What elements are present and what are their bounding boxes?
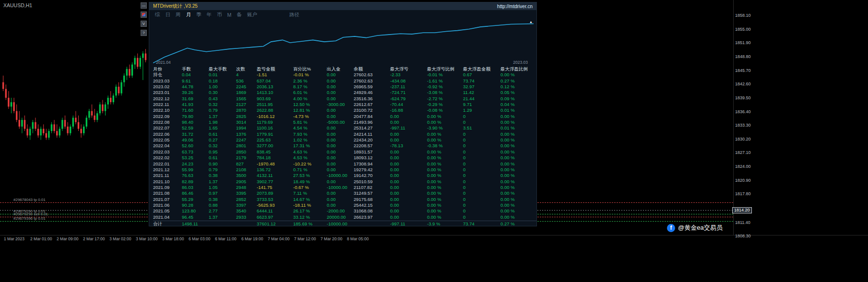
column-header: 最大浮亏	[390, 66, 427, 72]
scroll-arrow-icon[interactable]: ▲	[529, 20, 533, 24]
table-cell: 0	[463, 208, 500, 214]
table-cell: 0	[463, 190, 500, 196]
table-cell: 6.01 %	[293, 90, 327, 95]
tab-日[interactable]: 日	[166, 12, 171, 18]
table-cell: 0.95	[209, 149, 236, 155]
tab-周[interactable]: 周	[176, 12, 181, 18]
table-cell: 8.17 %	[293, 84, 327, 90]
table-cell: 0	[463, 155, 500, 161]
tab-季[interactable]: 季	[196, 12, 202, 18]
table-cell: 0.00 %	[427, 119, 463, 125]
table-cell: -70.44	[390, 102, 427, 107]
table-cell: -2.72 %	[427, 96, 463, 102]
table-cell: 3733.53	[257, 197, 293, 202]
table-cell: 1413.10	[257, 90, 293, 95]
table-row: 2021.0755.290.3828523733.5314.67 %0.0029…	[153, 197, 536, 202]
table-cell: 2021.09	[153, 185, 182, 190]
tab-path[interactable]: 路径	[289, 12, 299, 18]
table-cell: 2870	[236, 107, 257, 113]
table-cell: -16.88	[390, 107, 427, 113]
table-cell: 0.00	[390, 149, 427, 155]
table-cell	[354, 221, 390, 227]
table-cell: 0.09 %	[500, 96, 535, 102]
column-header: 余额	[354, 66, 390, 72]
tab-账户[interactable]: 账户	[247, 12, 257, 18]
table-cell: 225.63	[257, 137, 293, 143]
panel-url-link[interactable]: http://mtdriver.cn	[497, 4, 533, 9]
panel-titlebar[interactable]: MTDriver统计 ,V3.25 http://mtdriver.cn	[149, 2, 536, 10]
price-label: 1842.60	[735, 82, 751, 86]
price-label: 1833.30	[735, 123, 751, 128]
table-row: 2022.0253.250.612179784.184.53 %0.001809…	[153, 155, 536, 161]
table-cell: 0.27	[209, 137, 236, 143]
table-cell: 49.06	[182, 137, 209, 143]
tab-综[interactable]: 综	[155, 12, 160, 18]
table-cell: 0.00	[327, 137, 354, 143]
table-cell: -624.79	[390, 96, 427, 102]
table-cell: -5000.00	[327, 119, 354, 125]
table-cell: 0.00	[327, 90, 354, 95]
tab-年[interactable]: 年	[207, 12, 212, 18]
time-label: 3 Mar 18:00	[162, 236, 184, 241]
table-cell: -997.11	[390, 221, 427, 227]
tab-月[interactable]: 月	[186, 12, 191, 18]
panel-help-button[interactable]: ?	[141, 30, 147, 36]
mtdriver-logo-button[interactable]	[141, 12, 147, 18]
table-cell: 76.63	[182, 173, 209, 178]
price-scale: 1814.20 1858.101855.001851.901848.801845…	[735, 0, 769, 242]
tab-备[interactable]: 备	[237, 12, 242, 18]
table-cell: -0.08 %	[427, 107, 463, 113]
price-label: 1858.10	[735, 13, 751, 18]
table-cell: 0.00	[327, 161, 354, 167]
table-cell: 2021.04	[153, 214, 182, 220]
table-cell: 0	[463, 214, 500, 220]
table-cell: 22612.67	[354, 102, 390, 107]
table-cell: 6623.97	[257, 214, 293, 220]
table-cell: 3500	[236, 173, 257, 178]
table-cell: 0.00	[390, 208, 427, 214]
table-row: 合计1498.1137601.12185.69 %-10000.00-997.1…	[153, 221, 536, 227]
panel-minimize-button[interactable]: —	[141, 2, 147, 9]
equity-chart: 2021.04 2023.03 ▲	[153, 20, 534, 65]
stats-table: 月份手数最大手数次数盈亏金额百分比%出入金余额最大浮亏最大浮亏比例最大浮盈金额最…	[149, 66, 536, 227]
table-cell: 0.00 %	[500, 119, 535, 125]
panel-collapse-button[interactable]: V	[141, 21, 147, 27]
table-cell: 0.00	[327, 78, 354, 84]
price-label: 1851.90	[735, 40, 751, 45]
table-cell: -10000.00	[327, 221, 354, 227]
table-cell: 1.65	[209, 125, 236, 131]
table-cell: 0.00 %	[500, 179, 535, 185]
table-row: 2022.0549.060.272247225.631.02 %0.002243…	[153, 137, 536, 143]
table-cell: 26.17 %	[293, 208, 327, 214]
price-label: 1820.90	[735, 178, 751, 183]
table-row: 2021.05123.802.7735406444.1126.17 %-2000…	[153, 208, 536, 214]
table-cell: 2022.06	[153, 131, 182, 137]
table-cell: 86.46	[182, 190, 209, 196]
table-cell: 0.00	[390, 161, 427, 167]
price-label: 1808.30	[735, 234, 751, 238]
table-cell: 123.80	[182, 208, 209, 214]
table-cell: -997.11	[390, 125, 427, 131]
table-cell: 2022.08	[153, 119, 182, 125]
table-cell: 0.01 %	[500, 125, 535, 131]
table-cell: 4	[236, 72, 257, 78]
table-cell: 0.79	[209, 107, 236, 113]
time-label: 6 Mar 11:00	[215, 236, 237, 241]
table-cell: 2127	[236, 102, 257, 107]
table-cell: 31.72	[182, 131, 209, 137]
table-cell: 3902.77	[257, 179, 293, 185]
table-cell: 1.37	[209, 179, 236, 185]
table-cell: 3.51	[463, 125, 500, 131]
table-cell: 1.37	[209, 214, 236, 220]
table-cell: 3395	[236, 190, 257, 196]
table-cell: 4.00 %	[293, 96, 327, 102]
price-label: 1811.40	[735, 220, 750, 225]
table-cell: 838.45	[257, 149, 293, 155]
price-label: 1824.00	[735, 164, 751, 169]
table-cell: -1.61 %	[427, 78, 463, 84]
table-cell: 0.00	[390, 155, 427, 161]
tab-M[interactable]: M	[227, 12, 232, 18]
tab-币[interactable]: 币	[217, 12, 222, 18]
table-cell: 82.89	[182, 179, 209, 185]
table-cell: 0.27 %	[500, 78, 535, 84]
